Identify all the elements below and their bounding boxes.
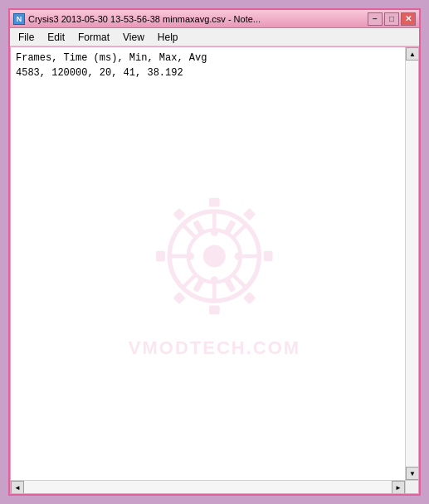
scroll-right-button[interactable]: ► — [392, 481, 405, 494]
scroll-down-button[interactable]: ▼ — [406, 467, 419, 480]
menu-bar: File Edit Format View Help — [10, 28, 419, 46]
horizontal-scrollbar[interactable]: ◄ ► — [11, 480, 405, 493]
content-area: Frames, Time (ms), Min, Max, Avg 4583, 1… — [10, 46, 419, 494]
scroll-up-button[interactable]: ▲ — [406, 47, 419, 61]
title-bar-left: N Crysis3 2013-05-30 13-53-56-38 minmaxa… — [13, 13, 261, 25]
menu-view[interactable]: View — [116, 28, 151, 46]
scroll-left-button[interactable]: ◄ — [11, 481, 24, 494]
title-buttons: − □ ✕ — [368, 12, 416, 26]
app-icon: N — [13, 13, 25, 25]
scroll-h-track[interactable] — [24, 481, 392, 493]
maximize-button[interactable]: □ — [384, 12, 399, 26]
vertical-scrollbar[interactable]: ▲ ▼ — [405, 47, 418, 480]
menu-file[interactable]: File — [12, 28, 41, 46]
menu-help[interactable]: Help — [151, 28, 185, 46]
text-content[interactable]: Frames, Time (ms), Min, Max, Avg 4583, 1… — [11, 47, 418, 493]
menu-edit[interactable]: Edit — [41, 28, 71, 46]
title-bar: N Crysis3 2013-05-30 13-53-56-38 minmaxa… — [10, 10, 419, 28]
window-title: Crysis3 2013-05-30 13-53-56-38 minmaxavg… — [28, 14, 261, 24]
scroll-v-track[interactable] — [406, 61, 418, 467]
notepad-window: N Crysis3 2013-05-30 13-53-56-38 minmaxa… — [8, 8, 421, 496]
text-line-2: 4583, 120000, 20, 41, 38.192 — [16, 65, 413, 80]
scrollbar-corner — [405, 480, 418, 493]
close-button[interactable]: ✕ — [401, 12, 416, 26]
minimize-button[interactable]: − — [368, 12, 383, 26]
text-line-1: Frames, Time (ms), Min, Max, Avg — [16, 51, 413, 65]
menu-format[interactable]: Format — [71, 28, 116, 46]
